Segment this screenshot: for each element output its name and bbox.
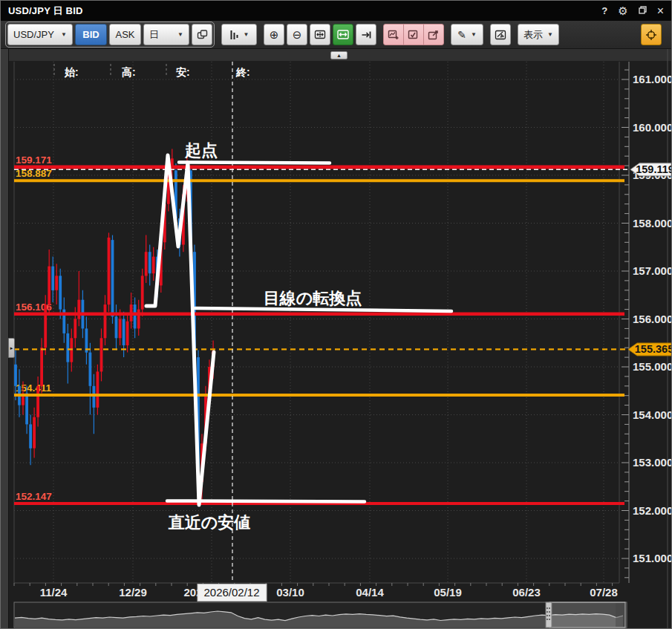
pop-out-chart-button[interactable] [423, 24, 444, 45]
chart-list-button[interactable] [403, 24, 424, 45]
chart-type-select[interactable]: ▼ [221, 24, 257, 45]
collapse-panel-button[interactable]: ▲ [330, 51, 348, 59]
horizontal-line-drawing[interactable] [167, 501, 365, 502]
chart-check-icon [408, 30, 420, 40]
annotation-text[interactable]: 直近の安値 [168, 513, 251, 532]
zoom-in-button[interactable]: ⊕ [264, 24, 284, 45]
toolbar: USD/JPY ▼ BID ASK 日 ▼ ▼ ⊕ ⊖ [1, 21, 671, 49]
zoom-in-icon: ⊕ [270, 28, 279, 42]
symbol-group: USD/JPY ▼ BID ASK 日 ▼ [5, 22, 215, 48]
restore-window-icon[interactable] [639, 6, 647, 16]
y-axis-label: 158.000 [633, 217, 672, 229]
chart-window: USD/JPY 日 BID ? ⚙ × USD/JPY ▼ BID ASK 日 … [0, 0, 672, 629]
settings-gear-icon[interactable]: ⚙ [618, 5, 627, 16]
y-axis-label: 156.000 [633, 313, 672, 325]
titlebar: USD/JPY 日 BID ? ⚙ × [1, 1, 671, 21]
crosshair-icon [645, 29, 657, 41]
titlebar-icons: ? ⚙ × [601, 5, 664, 17]
compare-icon [197, 30, 208, 39]
x-axis-label: 07/28 [590, 586, 618, 599]
display-menu-button[interactable]: 表示 ▼ [518, 24, 559, 45]
y-axis-label: 157.000 [633, 264, 672, 277]
expand-left-panel-button[interactable]: ▸ [8, 338, 15, 358]
annotation-list-button[interactable] [490, 24, 511, 45]
y-axis-label: 151.000 [633, 552, 672, 564]
ask-button[interactable]: ASK [109, 24, 141, 45]
price-line-label: 152.147 [16, 491, 52, 502]
ohlc-legend-label: 始: [64, 66, 79, 78]
window-title: USD/JPY 日 BID [8, 4, 83, 18]
alert-price-tag-label: 155.365 [635, 343, 672, 355]
zoom-out-button[interactable]: ⊖ [287, 24, 307, 45]
horizontal-line-drawing[interactable] [195, 308, 451, 311]
pencil-icon: ✎ [457, 29, 466, 41]
period-label: 日 [149, 28, 159, 42]
chart-content: 161.000160.000159.000158.000157.000156.0… [1, 49, 672, 629]
horizontal-line-drawing[interactable] [179, 163, 330, 163]
close-icon[interactable]: × [657, 5, 664, 17]
annotation-icon [495, 30, 506, 40]
y-axis-label: 154.000 [633, 408, 672, 421]
caret-down-icon: ▼ [61, 31, 67, 38]
y-axis-label: 161.000 [633, 73, 672, 85]
current-price-tag-label: 159.119 [636, 163, 672, 175]
y-axis-label: 153.000 [633, 456, 672, 469]
help-icon[interactable]: ? [601, 6, 607, 16]
crosshair-button[interactable] [641, 24, 662, 45]
compare-chart-button[interactable] [192, 24, 212, 45]
x-axis-label: 11/24 [40, 586, 68, 599]
caret-down-icon: ▼ [177, 31, 183, 38]
chart-window-group [383, 24, 444, 45]
add-chart-button[interactable] [383, 24, 404, 45]
ohlc-legend-label: 安: [176, 66, 190, 78]
period-select[interactable]: 日 ▼ [143, 24, 189, 45]
bid-button[interactable]: BID [75, 24, 107, 45]
symbol-label: USD/JPY [13, 29, 54, 40]
trend-zigzag-drawing[interactable] [146, 155, 214, 505]
zoom-group: ⊕ ⊖ [264, 24, 376, 45]
date-tag-label: 2026/02/12 [203, 586, 259, 599]
zoom-out-icon: ⊖ [293, 28, 302, 42]
fit-chart-button[interactable] [310, 24, 330, 45]
caret-down-icon: ▼ [471, 31, 477, 38]
add-chart-icon [388, 30, 399, 40]
navigator-window[interactable] [549, 602, 625, 628]
pop-out-icon [428, 30, 440, 40]
expand-right-icon: ▸ [10, 345, 13, 351]
ohlc-legend-label: 終: [235, 66, 250, 78]
chart-canvas[interactable]: 161.000160.000159.000158.000157.000156.0… [1, 49, 672, 629]
y-axis-label: 155.000 [633, 360, 672, 373]
navigator-handle[interactable] [546, 602, 552, 628]
x-axis-label: 03/10 [276, 586, 304, 599]
annotation-text[interactable]: 目線の転換点 [264, 289, 362, 307]
x-axis-label: 06/23 [512, 586, 541, 599]
display-label: 表示 [523, 28, 543, 42]
caret-down-icon: ▼ [547, 31, 553, 38]
fit-both-icon [314, 30, 326, 39]
ohlc-legend-label: 高: [122, 66, 136, 78]
y-axis-label: 160.000 [633, 121, 672, 134]
scroll-to-latest-button[interactable] [356, 24, 376, 45]
fit-width-icon [337, 30, 349, 39]
caret-down-icon: ▼ [244, 31, 249, 38]
price-line-label: 154.411 [16, 382, 52, 394]
draw-tool-select[interactable]: ✎ ▼ [451, 24, 483, 45]
x-axis-label: 04/14 [356, 586, 384, 599]
x-axis-label: 05/19 [434, 586, 462, 599]
candlestick-type-icon [229, 30, 239, 40]
fit-width-button[interactable] [333, 24, 353, 45]
symbol-select[interactable]: USD/JPY ▼ [7, 24, 73, 45]
y-axis-label: 152.000 [633, 504, 672, 517]
annotation-text[interactable]: 起点 [184, 141, 218, 160]
collapse-up-icon: ▲ [336, 53, 342, 58]
x-axis-label: 12/29 [119, 586, 147, 599]
arrow-right-bar-icon [361, 30, 372, 39]
price-line-label: 159.171 [16, 154, 52, 166]
